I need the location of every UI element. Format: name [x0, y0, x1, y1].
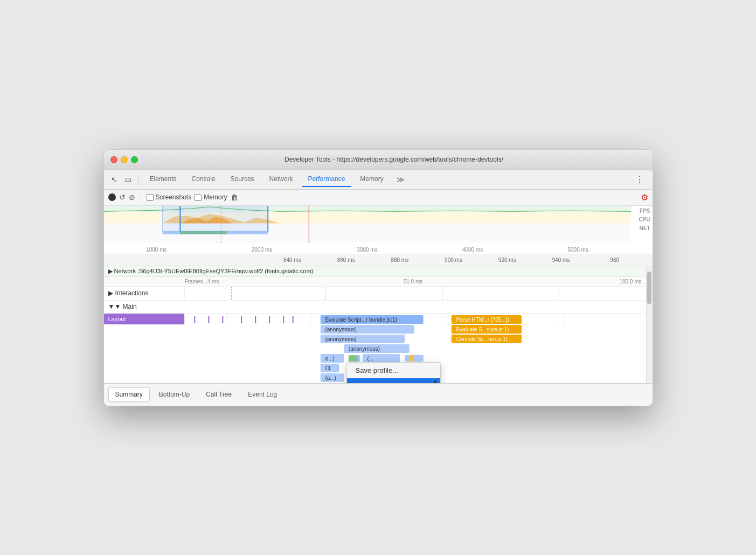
layout-label: Layout	[108, 316, 126, 322]
frames-col2: 51.0 ms	[337, 279, 489, 285]
anon-content-1: (anonymous) Evaluate S...sure.js:1)	[185, 324, 653, 334]
main-header[interactable]: ▼ ▼ Main	[104, 301, 653, 314]
top-toolbar: ↖ ▭ Elements Console Sources Network Per…	[104, 170, 653, 190]
compile-text: Compile Sc...ure.js:1)	[456, 336, 508, 342]
performance-toolbar: ↺ ⊘ Screenshots Memory 🗑 ⚙	[104, 190, 653, 206]
ruler-mark-3: 900 ms	[427, 257, 481, 263]
frames-col3: 100.0 ms	[489, 279, 653, 285]
parse-block-text: Parse HTM.../ [705...])	[456, 317, 509, 323]
time-label-2: 2000 ms	[209, 247, 315, 253]
anon-row-3: (anonymous)	[104, 344, 653, 353]
time-label-3: 3000 ms	[315, 247, 420, 253]
anon3-svg: (anonymous)	[185, 344, 653, 353]
scrollbar[interactable]	[646, 266, 653, 383]
bottom-up-tab[interactable]: Bottom-Up	[152, 387, 197, 401]
timing-bar2	[180, 231, 227, 234]
tick3	[222, 316, 223, 323]
memory-checkbox[interactable]	[195, 194, 202, 201]
interactions-label[interactable]: ▶ Interactions	[104, 287, 185, 299]
more-tabs-button[interactable]: ≫	[392, 172, 409, 187]
reload-button[interactable]: ↺	[119, 193, 126, 202]
device-icon[interactable]: ▭	[122, 174, 134, 185]
tab-sources[interactable]: Sources	[224, 172, 261, 187]
dashed-line-4	[559, 287, 559, 300]
ruler-marks: 840 ms 860 ms 880 ms 900 ms 920 ms 940 m…	[266, 257, 653, 263]
tick6	[269, 316, 270, 323]
blue-tick-3	[414, 355, 419, 362]
maximize-button[interactable]	[131, 156, 138, 163]
anon-row-2: (anonymous) Compile Sc...ure.js:1)	[104, 334, 653, 344]
blue-tick-2	[404, 355, 409, 362]
timeline-ruler: 840 ms 860 ms 880 ms 900 ms 920 ms 940 m…	[104, 254, 653, 266]
tab-network[interactable]: Network	[263, 172, 300, 187]
o-content: o...) (...	[185, 353, 653, 363]
flamechart-container: 840 ms 860 ms 880 ms 900 ms 920 ms 940 m…	[104, 254, 653, 383]
layout-row-label: Layout	[104, 314, 185, 324]
screenshots-checkbox-label[interactable]: Screenshots	[147, 193, 192, 201]
o-svg: o...) (...	[185, 353, 653, 363]
overview-svg	[104, 206, 631, 243]
traffic-lights	[110, 156, 138, 163]
settings-button[interactable]: ⚙	[641, 192, 648, 203]
ruler-mark-4: 920 ms	[480, 257, 534, 263]
main-text: ▼ Main	[114, 303, 136, 310]
tick2	[208, 316, 209, 323]
paren-text-1: (...	[367, 356, 373, 362]
ruler-mark-5: 940 ms	[534, 257, 588, 263]
dashed-line-3	[442, 287, 442, 300]
stop-button[interactable]: ⊘	[129, 193, 135, 202]
load-profile-item[interactable]: Load profile...	[347, 378, 440, 383]
cursor-icon[interactable]: ↖	[108, 174, 120, 185]
separator	[138, 174, 139, 185]
tick5	[255, 316, 256, 323]
orange-tick-1	[409, 355, 414, 362]
anon2-text: (anonymous)	[325, 336, 356, 342]
minimize-button[interactable]	[121, 156, 128, 163]
clear-button[interactable]: 🗑	[231, 193, 238, 202]
screenshots-checkbox[interactable]	[147, 194, 154, 201]
fps-label: FPS	[640, 208, 650, 214]
save-profile-item[interactable]: Save profile...	[347, 363, 440, 378]
dashed-line-2	[325, 287, 325, 300]
a-text: (a...)	[325, 375, 336, 381]
close-button[interactable]	[110, 156, 117, 163]
ruler-mark-2: 880 ms	[373, 257, 427, 263]
devtools-window: Developer Tools - https://developers.goo…	[103, 149, 653, 406]
devtools-menu-button[interactable]: ⋮	[631, 175, 648, 185]
anon-row-1: (anonymous) Evaluate S...sure.js:1)	[104, 324, 653, 334]
eval-block-text: Evaluate Script...r bundle.js:1)	[325, 317, 397, 323]
bottom-panel: Summary Bottom-Up Call Tree Event Log	[104, 383, 653, 406]
overview-chart[interactable]	[104, 206, 631, 243]
scrollbar-thumb[interactable]	[647, 272, 651, 304]
interactions-arrow: ▶	[108, 289, 113, 297]
minimap-selection[interactable]	[162, 206, 268, 232]
tab-elements[interactable]: Elements	[143, 172, 183, 187]
record-button[interactable]	[108, 193, 116, 201]
tick1	[194, 316, 195, 323]
memory-checkbox-label[interactable]: Memory	[195, 193, 227, 201]
memory-label: Memory	[204, 193, 227, 201]
eval-sure-text: Evaluate S...sure.js:1)	[456, 327, 509, 332]
context-menu: Save profile... Load profile...	[346, 362, 441, 383]
interactions-row[interactable]: ▶ Interactions	[104, 287, 653, 301]
event-log-tab[interactable]: Event Log	[241, 387, 284, 401]
frames-row: Frames...4 ms 51.0 ms 100.0 ms	[104, 277, 653, 287]
layout-content: Evaluate Script...r bundle.js:1) Parse H…	[185, 314, 653, 324]
network-row[interactable]: ▶ Network :S6g4U3t-Y5UEw0IE80IlgEseQY3FE…	[104, 266, 653, 277]
tab-console[interactable]: Console	[185, 172, 222, 187]
anon2-svg: (anonymous) Compile Sc...ure.js:1)	[185, 334, 653, 344]
tick4	[241, 316, 242, 323]
blue-tick-4	[419, 355, 424, 362]
layout-bar[interactable]: Layout	[104, 314, 184, 324]
window-title: Developer Tools - https://developers.goo…	[142, 156, 646, 163]
ruler-mark-0: 840 ms	[266, 257, 320, 263]
network-row-text: ▶ Network :S6g4U3t-Y5UEw0IE80IlgEseQY3FE…	[108, 268, 314, 275]
call-tree-tab[interactable]: Call Tree	[199, 387, 239, 401]
summary-tab[interactable]: Summary	[108, 387, 150, 401]
o-row: o...) (...	[104, 353, 653, 363]
tick7	[283, 316, 284, 323]
tab-performance[interactable]: Performance	[302, 172, 352, 187]
layout-ticks-svg: Evaluate Script...r bundle.js:1) Parse H…	[185, 314, 653, 325]
tab-memory[interactable]: Memory	[353, 172, 390, 187]
overview-section: 1000 ms 2000 ms 3000 ms 4000 ms 5000 ms …	[104, 206, 653, 254]
